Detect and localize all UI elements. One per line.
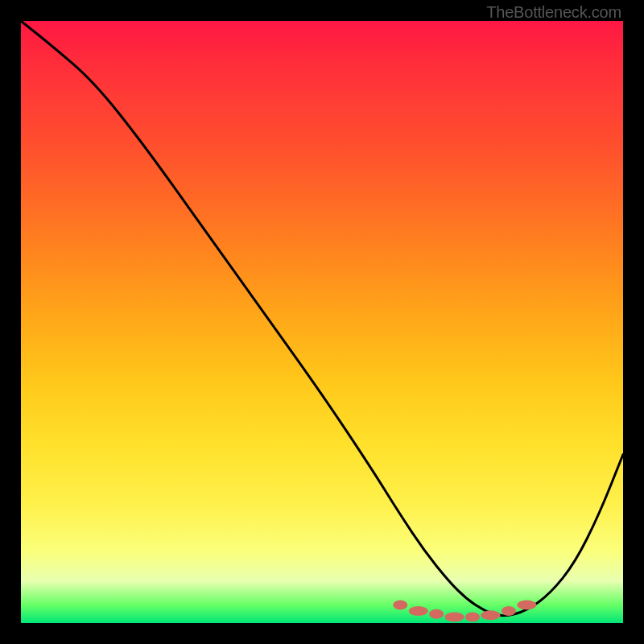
watermark-text: TheBottleneck.com: [486, 3, 621, 22]
optimal-range-markers: [393, 601, 536, 622]
optimal-marker: [481, 610, 500, 620]
optimal-marker: [502, 606, 516, 616]
optimal-marker: [429, 609, 444, 619]
optimal-marker: [409, 606, 428, 616]
curve-layer: [21, 21, 623, 623]
plot-area: [21, 21, 623, 623]
optimal-marker: [465, 613, 480, 622]
optimal-marker: [517, 601, 536, 610]
optimal-marker: [445, 613, 464, 622]
chart-container: TheBottleneck.com: [0, 0, 644, 644]
bottleneck-curve: [21, 21, 623, 616]
optimal-marker: [393, 601, 407, 610]
